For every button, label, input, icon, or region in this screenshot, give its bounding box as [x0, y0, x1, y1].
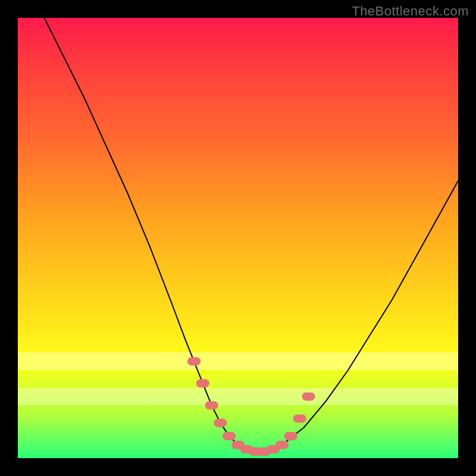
highlight-dots [192, 361, 311, 452]
bottleneck-curve [44, 18, 458, 452]
watermark-text: TheBottleneck.com [352, 4, 469, 19]
chart-frame: TheBottleneck.com [0, 0, 476, 476]
curve-layer [18, 18, 458, 458]
